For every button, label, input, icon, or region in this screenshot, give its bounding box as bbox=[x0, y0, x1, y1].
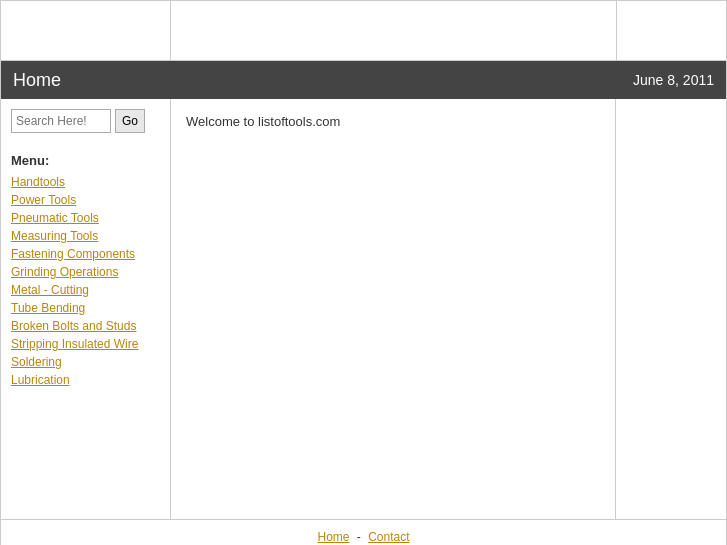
footer-home-link[interactable]: Home bbox=[317, 530, 349, 544]
list-item: Stripping Insulated Wire bbox=[11, 336, 160, 351]
search-button[interactable]: Go bbox=[115, 109, 145, 133]
menu-link[interactable]: Stripping Insulated Wire bbox=[11, 337, 138, 351]
top-banner bbox=[1, 1, 726, 61]
menu-link[interactable]: Pneumatic Tools bbox=[11, 211, 99, 225]
list-item: Soldering bbox=[11, 354, 160, 369]
banner-left bbox=[1, 1, 171, 60]
banner-middle bbox=[171, 1, 616, 60]
welcome-text: Welcome to listoftools.com bbox=[186, 114, 600, 129]
menu-link[interactable]: Broken Bolts and Studs bbox=[11, 319, 136, 333]
footer-contact-link[interactable]: Contact bbox=[368, 530, 409, 544]
menu-link[interactable]: Grinding Operations bbox=[11, 265, 118, 279]
list-item: Power Tools bbox=[11, 192, 160, 207]
menu-link[interactable]: Power Tools bbox=[11, 193, 76, 207]
menu-link[interactable]: Lubrication bbox=[11, 373, 70, 387]
menu-list: HandtoolsPower ToolsPneumatic ToolsMeasu… bbox=[11, 174, 160, 387]
search-input[interactable] bbox=[11, 109, 111, 133]
footer-separator: - bbox=[357, 530, 361, 544]
list-item: Broken Bolts and Studs bbox=[11, 318, 160, 333]
menu-link[interactable]: Handtools bbox=[11, 175, 65, 189]
list-item: Grinding Operations bbox=[11, 264, 160, 279]
right-column bbox=[616, 99, 726, 519]
menu-link[interactable]: Metal - Cutting bbox=[11, 283, 89, 297]
banner-right bbox=[616, 1, 726, 60]
search-area: Go bbox=[11, 109, 160, 133]
sidebar: Go Menu: HandtoolsPower ToolsPneumatic T… bbox=[1, 99, 171, 519]
menu-label: Menu: bbox=[11, 153, 160, 168]
list-item: Measuring Tools bbox=[11, 228, 160, 243]
main-content: Go Menu: HandtoolsPower ToolsPneumatic T… bbox=[1, 99, 726, 519]
list-item: Handtools bbox=[11, 174, 160, 189]
menu-link[interactable]: Soldering bbox=[11, 355, 62, 369]
menu-link[interactable]: Fastening Components bbox=[11, 247, 135, 261]
footer: Home - Contact bbox=[1, 519, 726, 545]
header-date: June 8, 2011 bbox=[633, 72, 714, 88]
page-title: Home bbox=[13, 70, 61, 91]
menu-link[interactable]: Measuring Tools bbox=[11, 229, 98, 243]
list-item: Lubrication bbox=[11, 372, 160, 387]
header-bar: Home June 8, 2011 bbox=[1, 61, 726, 99]
list-item: Metal - Cutting bbox=[11, 282, 160, 297]
list-item: Pneumatic Tools bbox=[11, 210, 160, 225]
list-item: Fastening Components bbox=[11, 246, 160, 261]
page-wrapper: Home June 8, 2011 Go Menu: HandtoolsPowe… bbox=[0, 0, 727, 545]
list-item: Tube Bending bbox=[11, 300, 160, 315]
menu-link[interactable]: Tube Bending bbox=[11, 301, 85, 315]
content-area: Welcome to listoftools.com bbox=[171, 99, 616, 519]
